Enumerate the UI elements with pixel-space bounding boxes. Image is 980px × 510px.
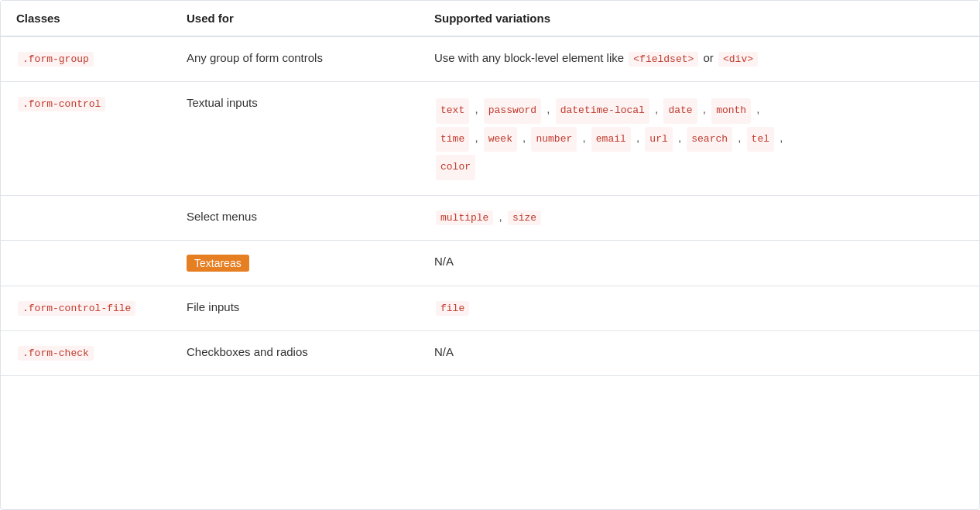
variation-url-badge: url bbox=[645, 127, 672, 152]
table-row: .form-control-file File inputs file bbox=[1, 286, 979, 330]
class-badge: .form-group bbox=[18, 52, 94, 67]
variation-date-badge: date bbox=[663, 98, 697, 124]
class-cell bbox=[1, 195, 171, 240]
sep: , bbox=[543, 102, 550, 115]
variations-cell: N/A bbox=[419, 330, 979, 375]
variation-email-badge: email bbox=[591, 127, 631, 152]
sep: , bbox=[652, 102, 658, 115]
used-for-cell: Textareas bbox=[171, 240, 419, 286]
sep: , bbox=[675, 131, 681, 144]
class-badge: .form-control-file bbox=[18, 301, 135, 316]
used-for-text: Checkboxes and radios bbox=[187, 345, 308, 358]
variation-color-badge: color bbox=[436, 155, 475, 180]
class-cell: .form-group bbox=[1, 36, 171, 82]
used-for-text: Textual inputs bbox=[187, 96, 258, 109]
variations-cell: multiple , size bbox=[419, 195, 979, 240]
variation-line-2: time , week , number , email , url , sea… bbox=[434, 125, 964, 153]
na-text: N/A bbox=[434, 255, 454, 268]
table-header-row: Classes Used for Supported variations bbox=[1, 1, 979, 36]
variation-size-badge: size bbox=[508, 211, 541, 225]
header-variations: Supported variations bbox=[419, 1, 979, 36]
sep: , bbox=[776, 131, 783, 144]
variation-week-badge: week bbox=[484, 127, 517, 152]
class-cell bbox=[1, 240, 171, 286]
textareas-highlight-badge: Textareas bbox=[187, 255, 249, 272]
table-row: .form-control Textual inputs text , pass… bbox=[1, 82, 979, 196]
variation-text-badge: text bbox=[436, 98, 469, 124]
table-row: .form-check Checkboxes and radios N/A bbox=[1, 330, 979, 375]
class-cell: .form-control bbox=[1, 82, 171, 196]
class-badge: .form-control bbox=[18, 97, 105, 111]
sep: , bbox=[495, 210, 502, 223]
reference-table: Classes Used for Supported variations .f… bbox=[1, 1, 979, 376]
header-used-for: Used for bbox=[171, 1, 419, 36]
table-row: Select menus multiple , size bbox=[1, 195, 979, 240]
header-classes: Classes bbox=[1, 1, 171, 36]
class-badge: .form-check bbox=[18, 346, 94, 361]
class-cell: .form-check bbox=[1, 330, 171, 375]
table-row: .form-group Any group of form controls U… bbox=[1, 36, 979, 82]
sep: , bbox=[633, 131, 639, 144]
sep: , bbox=[700, 102, 706, 115]
sep: , bbox=[735, 131, 741, 144]
used-for-cell: Any group of form controls bbox=[171, 36, 419, 82]
variation-tel-badge: tel bbox=[747, 127, 774, 152]
sep: , bbox=[471, 102, 478, 115]
used-for-text: Select menus bbox=[187, 210, 257, 223]
sep: , bbox=[579, 131, 585, 144]
sep: , bbox=[753, 102, 759, 115]
na-text: N/A bbox=[434, 345, 454, 358]
main-table-container: Classes Used for Supported variations .f… bbox=[0, 0, 980, 510]
variation-number-badge: number bbox=[531, 127, 577, 152]
variation-time-badge: time bbox=[436, 127, 469, 152]
table-row: Textareas N/A bbox=[1, 240, 979, 286]
variation-or-text: or bbox=[703, 51, 713, 64]
variation-div-badge: <div> bbox=[718, 52, 758, 67]
class-cell: .form-control-file bbox=[1, 286, 171, 330]
variation-password-badge: password bbox=[484, 98, 541, 124]
variations-cell: text , password , datetime-local , date … bbox=[419, 82, 979, 196]
variations-cell: N/A bbox=[419, 240, 979, 286]
variation-fieldset-badge: <fieldset> bbox=[629, 52, 698, 67]
variations-cell: file bbox=[419, 286, 979, 330]
sep: , bbox=[471, 131, 478, 144]
variation-prefix-text: Use with any block-level element like bbox=[434, 51, 624, 64]
used-for-cell: Select menus bbox=[171, 195, 419, 240]
variation-multiple-badge: multiple bbox=[436, 211, 493, 225]
used-for-cell: File inputs bbox=[171, 286, 419, 330]
variation-search-badge: search bbox=[687, 127, 732, 152]
used-for-text: Any group of form controls bbox=[187, 51, 323, 64]
variation-datetime-badge: datetime-local bbox=[556, 98, 649, 124]
variation-line-1: text , password , datetime-local , date … bbox=[434, 96, 964, 125]
variation-month-badge: month bbox=[711, 98, 751, 124]
variations-cell: Use with any block-level element like <f… bbox=[419, 36, 979, 82]
used-for-cell: Checkboxes and radios bbox=[171, 330, 419, 375]
used-for-text: File inputs bbox=[187, 300, 239, 313]
variation-file-badge: file bbox=[436, 301, 469, 316]
variation-line-3: color bbox=[434, 152, 964, 181]
used-for-cell: Textual inputs bbox=[171, 82, 419, 196]
sep: , bbox=[519, 131, 526, 144]
